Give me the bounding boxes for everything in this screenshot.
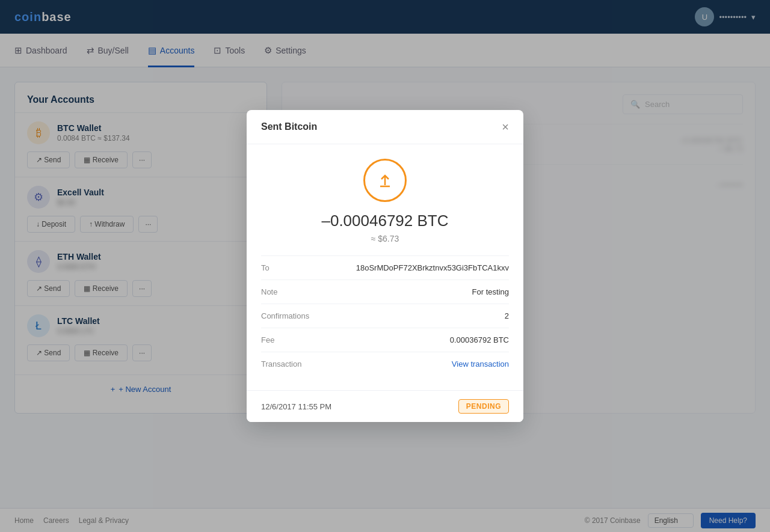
detail-txn-label: Transaction bbox=[261, 359, 301, 368]
detail-fee: Fee 0.00036792 BTC bbox=[261, 328, 509, 352]
detail-transaction: Transaction View transaction bbox=[261, 352, 509, 376]
detail-conf-label: Confirmations bbox=[261, 311, 309, 320]
modal-body: –0.00046792 BTC ≈ $6.73 To 18oSrMDoPF72X… bbox=[247, 144, 523, 390]
detail-to-value: 18oSrMDoPF72XBrkztnvx53Gi3FbTCA1kxv bbox=[356, 263, 509, 272]
modal-title: Sent Bitcoin bbox=[261, 121, 317, 132]
modal-timestamp: 12/6/2017 11:55 PM bbox=[261, 402, 331, 411]
modal-amount-usd: ≈ $6.73 bbox=[261, 234, 509, 243]
detail-note-label: Note bbox=[261, 287, 277, 296]
modal-overlay: Sent Bitcoin × –0.00046792 BTC ≈ $6.73 T… bbox=[0, 0, 770, 428]
detail-conf-value: 2 bbox=[505, 311, 509, 320]
modal-icon-wrap bbox=[261, 159, 509, 202]
modal-header: Sent Bitcoin × bbox=[247, 110, 523, 144]
detail-note-value: For testing bbox=[472, 287, 509, 296]
modal-amount-btc: –0.00046792 BTC bbox=[261, 212, 509, 230]
view-transaction-link[interactable]: View transaction bbox=[452, 359, 509, 368]
detail-to-label: To bbox=[261, 263, 270, 272]
detail-fee-value: 0.00036792 BTC bbox=[450, 335, 509, 344]
detail-confirmations: Confirmations 2 bbox=[261, 304, 509, 328]
detail-fee-label: Fee bbox=[261, 335, 274, 344]
send-up-icon bbox=[363, 159, 407, 202]
modal-close-button[interactable]: × bbox=[502, 121, 509, 133]
detail-note: Note For testing bbox=[261, 280, 509, 304]
modal-footer: 12/6/2017 11:55 PM PENDING bbox=[247, 390, 523, 422]
detail-to: To 18oSrMDoPF72XBrkztnvx53Gi3FbTCA1kxv bbox=[261, 255, 509, 280]
pending-badge: PENDING bbox=[458, 399, 509, 414]
modal-details: To 18oSrMDoPF72XBrkztnvx53Gi3FbTCA1kxv N… bbox=[261, 255, 509, 376]
sent-bitcoin-modal: Sent Bitcoin × –0.00046792 BTC ≈ $6.73 T… bbox=[247, 110, 523, 422]
